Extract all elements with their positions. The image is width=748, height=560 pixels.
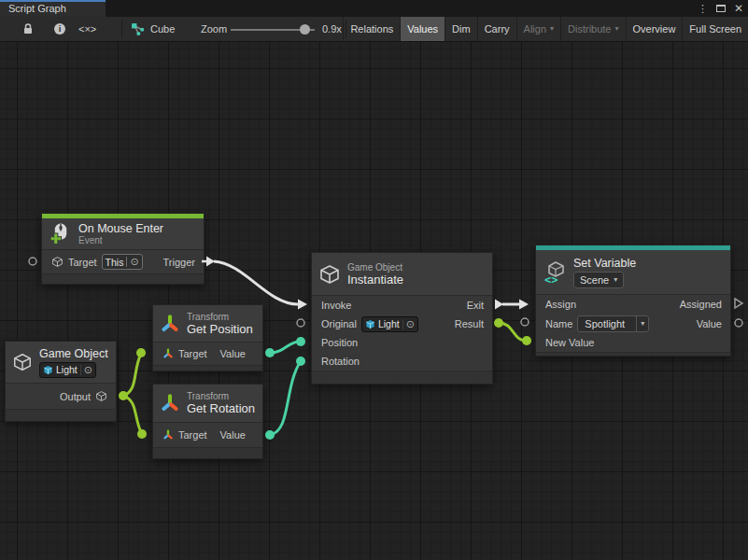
node-title: On Mouse Enter (78, 222, 163, 235)
chevron-down-icon: ▾ (614, 276, 617, 284)
zoom-label: Zoom (201, 17, 227, 41)
variable-name-dropdown[interactable]: Spotlight ▾ (577, 315, 649, 332)
info-icon: i (53, 22, 66, 35)
transform-icon (162, 348, 174, 359)
transform-icon (160, 314, 180, 334)
variables-icon: <> (543, 260, 567, 285)
light-object-chip[interactable]: Light ⊙ (39, 362, 96, 378)
chevron-down-icon: ▾ (615, 25, 619, 33)
invoke-port-label: Invoke (321, 300, 351, 311)
cube-icon (51, 256, 64, 268)
object-picker-icon[interactable]: ⊙ (402, 319, 415, 329)
dim-button[interactable]: Dim (445, 17, 477, 41)
cube-icon (95, 390, 107, 402)
node-set-variable[interactable]: <> Set Variable Scene ▾ Assign Assigned … (535, 245, 731, 357)
info-button[interactable]: i (53, 17, 66, 41)
zoom-slider-handle[interactable] (300, 24, 310, 35)
exit-port-label: Exit (467, 300, 484, 311)
rotation-port-label: Rotation (321, 356, 360, 367)
gameobject-icon (365, 319, 375, 329)
original-port-label: Original (321, 318, 357, 329)
target-port-label: Target (178, 348, 207, 359)
node-title: Game Object (39, 347, 108, 360)
name-port-label: Name (545, 318, 572, 329)
node-get-rotation[interactable]: Transform Get Rotation Target Value (152, 384, 263, 459)
node-game-object[interactable]: Game Object Light ⊙ Output (5, 341, 117, 422)
transform-icon (162, 429, 174, 441)
overview-button[interactable]: Overview (626, 17, 683, 41)
cube-icon (318, 263, 341, 286)
distribute-dropdown[interactable]: Distribute ▾ (560, 17, 625, 41)
object-picker-icon[interactable]: ⊙ (80, 365, 92, 375)
node-category: Transform (187, 312, 253, 322)
lock-button[interactable] (22, 17, 34, 41)
position-port-label: Position (321, 337, 358, 348)
values-button[interactable]: Values (400, 17, 445, 41)
value-port-label: Value (220, 348, 246, 359)
code-view-button[interactable]: <×> (78, 17, 96, 41)
chevron-down-icon: ▾ (550, 25, 554, 33)
align-dropdown[interactable]: Align ▾ (516, 17, 560, 41)
this-value-chip[interactable]: This ⊙ (102, 254, 143, 270)
graph-icon (131, 22, 145, 36)
graph-toolbar: i <×> Cube Zoom 0.9x Relations Values Di… (0, 17, 748, 42)
result-port-label: Result (455, 318, 484, 329)
chevron-down-icon: ▾ (641, 320, 644, 328)
gameobject-icon (43, 365, 53, 375)
svg-text:<>: <> (544, 273, 557, 285)
variable-scope-dropdown[interactable]: Scene ▾ (573, 272, 624, 288)
light-object-chip[interactable]: Light ⊙ (361, 316, 418, 332)
maximize-icon[interactable] (716, 5, 726, 12)
target-port-label: Target (178, 429, 207, 441)
title-bar: Script Graph ⋮ ✕ (0, 0, 748, 17)
node-title: Get Rotation (187, 401, 255, 415)
tab-script-graph[interactable]: Script Graph (0, 0, 106, 17)
node-title: Set Variable (573, 257, 636, 270)
svg-text:i: i (59, 23, 62, 34)
carry-button[interactable]: Carry (477, 17, 516, 41)
fullscreen-button[interactable]: Full Screen (682, 17, 748, 41)
node-footer (312, 371, 492, 384)
node-title: Get Position (187, 322, 253, 336)
graph-name: Cube (150, 23, 175, 35)
node-subtitle: Event (78, 235, 163, 245)
object-picker-icon[interactable]: ⊙ (126, 257, 138, 267)
node-instantiate[interactable]: Game Object Instantiate Invoke Exit Orig… (311, 252, 493, 385)
lock-icon (22, 22, 34, 35)
node-on-mouse-enter[interactable]: On Mouse Enter Event Target This ⊙ Trigg… (41, 213, 205, 285)
node-title: Instantiate (347, 273, 403, 287)
trigger-port-label: Trigger (163, 257, 195, 268)
node-footer (42, 273, 204, 284)
relations-button[interactable]: Relations (343, 17, 400, 41)
value-port-label: Value (220, 429, 246, 441)
node-footer (153, 365, 262, 371)
assign-port-label: Assign (545, 299, 576, 310)
node-category: Game Object (347, 262, 403, 273)
kebab-menu-icon[interactable]: ⋮ (698, 4, 708, 13)
cube-icon (12, 352, 33, 372)
mouse-event-icon (49, 222, 72, 245)
node-footer (6, 409, 116, 421)
graph-breadcrumb[interactable]: Cube (131, 17, 175, 41)
new-value-port-label: New Value (545, 337, 594, 348)
node-footer (153, 447, 262, 458)
node-footer (536, 352, 730, 356)
output-port-label: Output (60, 391, 91, 402)
assigned-port-label: Assigned (680, 299, 722, 310)
transform-icon (160, 393, 180, 413)
value-port-label: Value (697, 318, 722, 329)
zoom-value: 0.9x (322, 17, 342, 41)
node-category: Transform (187, 391, 255, 401)
toolbar-separator (121, 20, 122, 38)
target-port-label: Target (68, 257, 97, 268)
close-icon[interactable]: ✕ (734, 3, 743, 14)
node-get-position[interactable]: Transform Get Position Target Value (152, 304, 263, 371)
